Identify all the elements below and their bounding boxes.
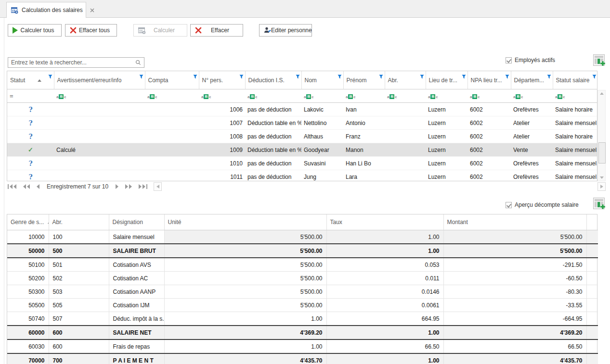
search-icon[interactable] — [135, 60, 141, 67]
filter-funnel-icon[interactable] — [193, 74, 197, 80]
filter-funnel-icon[interactable] — [462, 74, 466, 80]
grid-customize-button[interactable] — [592, 197, 606, 210]
column-header-taux[interactable]: Taux — [326, 214, 443, 230]
edit-person-button[interactable]: Editer personne — [259, 24, 312, 37]
calculate-button[interactable]: Calculer — [133, 24, 187, 37]
filter-funnel-icon[interactable] — [505, 74, 509, 80]
filter-cell[interactable]: aBc — [199, 89, 245, 103]
filter-funnel-icon[interactable] — [139, 74, 143, 80]
column-header-designation[interactable]: Désignation — [109, 214, 164, 230]
salary-row[interactable]: 60030 600 Frais de repas 1.00 66.50 66.5… — [7, 339, 598, 353]
equals-operator-icon[interactable]: = — [10, 92, 13, 100]
column-header-departement[interactable]: Départem... — [511, 71, 553, 89]
text-filter-abc-icon[interactable]: aBc — [555, 94, 565, 99]
filter-cell[interactable]: aBc — [467, 89, 511, 103]
salary-row[interactable]: 50300 503 Cotisation AANP 5'500.00 0.014… — [7, 285, 598, 299]
nav-prev-page-button[interactable] — [23, 184, 30, 189]
search-input[interactable] — [8, 58, 144, 67]
filter-funnel-icon[interactable] — [592, 74, 597, 80]
filter-funnel-icon[interactable] — [547, 74, 551, 80]
active-employees-checkbox[interactable] — [506, 57, 512, 63]
salary-summary-row[interactable]: 60000 600 SALAIRE NET 4'369.20 1.00 4'36… — [7, 326, 598, 339]
employee-row[interactable]: ? 1010 pas de déduction Suvasini Han Li … — [7, 157, 597, 170]
employee-row[interactable]: ? 1006 pas de déduction Lakovic Ivan Luz… — [7, 103, 597, 116]
employee-row-selected[interactable]: ✓ Calculé 1009 Déduction table en % Good… — [7, 143, 597, 157]
text-filter-abc-icon[interactable]: aBc — [56, 94, 66, 99]
salary-row[interactable]: 50100 501 Cotisation AVS 5'500.00 0.053 … — [7, 258, 598, 272]
grid-customize-button[interactable] — [592, 53, 606, 67]
clear-button[interactable]: Effacer — [190, 24, 243, 37]
nav-prev-button[interactable] — [37, 184, 39, 189]
text-filter-abc-icon[interactable]: aBc — [147, 94, 157, 99]
filter-funnel-icon[interactable] — [420, 74, 424, 80]
cell-unite: 4'369.20 — [164, 326, 326, 339]
nav-next-button[interactable] — [116, 184, 118, 189]
column-header-compta[interactable]: Compta — [145, 71, 199, 89]
scroll-down-icon[interactable] — [600, 176, 604, 179]
filter-cell[interactable]: aBc — [245, 89, 301, 103]
text-filter-abc-icon[interactable]: aBc — [346, 94, 355, 99]
text-filter-abc-icon[interactable]: aBc — [201, 94, 211, 99]
v-scrollbar[interactable] — [597, 90, 606, 181]
column-header-abr[interactable]: Abr. — [385, 71, 426, 89]
column-header-statut-salaire[interactable]: Statut salaire — [553, 71, 597, 89]
tab-salary-calculation[interactable]: Calculation des salaires — [6, 2, 86, 18]
column-header-abr[interactable]: Abr. — [49, 214, 109, 230]
employee-row[interactable]: ? 1011 pas de déduction Jung Lara Luzern… — [7, 170, 597, 182]
salary-row[interactable]: 50740 507 Déduc. impôt à la s... 1.00 66… — [7, 312, 598, 326]
text-filter-abc-icon[interactable]: aBc — [513, 94, 523, 99]
salary-row[interactable]: 50500 505 Cotisation IJM 5'500.00 0.0061… — [7, 299, 598, 312]
cell-departement: Vente — [511, 143, 553, 157]
salary-row[interactable]: 50200 502 Cotisation AC 5'500.00 0.011 -… — [7, 272, 598, 285]
column-header-avertissement[interactable]: Avertissement/erreur/info — [54, 71, 145, 89]
filter-funnel-icon[interactable] — [296, 74, 300, 80]
filter-cell[interactable]: aBc — [553, 89, 597, 103]
column-header-genre[interactable]: Genre de s... — [7, 214, 49, 230]
salary-summary-row[interactable]: 70000 700 P A I E M E N T 4'435.70 1.00 … — [7, 353, 598, 364]
scroll-up-icon[interactable] — [600, 92, 604, 95]
scrollbar-thumb[interactable] — [598, 142, 606, 163]
employee-row[interactable]: ? 1008 pas de déduction Althaus Franz Lu… — [7, 130, 597, 143]
text-filter-abc-icon[interactable]: aBc — [304, 94, 313, 99]
filter-cell[interactable]: aBc — [343, 89, 385, 103]
filter-funnel-icon[interactable] — [239, 74, 244, 80]
salary-row[interactable]: 10000 100 Salaire mensuel 5'500.00 1.00 … — [7, 230, 598, 244]
nav-last-button[interactable] — [139, 184, 147, 189]
filter-funnel-icon[interactable] — [48, 74, 52, 80]
h-scroll-right-button[interactable] — [597, 182, 606, 191]
salary-preview-checkbox[interactable] — [506, 202, 512, 208]
filter-funnel-icon[interactable] — [379, 74, 383, 80]
column-header-npa[interactable]: NPA lieu tr... — [467, 71, 511, 89]
filter-cell[interactable]: aBc — [511, 89, 553, 103]
column-header-prenom[interactable]: Prénom — [343, 71, 385, 89]
auto-filter-row[interactable]: = aBc aBc aBc aBc aBc aBc aBc aBc aBc aB… — [7, 89, 597, 103]
filter-funnel-icon[interactable] — [337, 74, 342, 80]
nav-first-button[interactable] — [8, 184, 16, 189]
column-header-npers[interactable]: N° pers. — [199, 71, 245, 89]
nav-next-page-button[interactable] — [125, 184, 132, 189]
text-filter-abc-icon[interactable]: aBc — [247, 94, 257, 99]
column-header-lieu[interactable]: Lieu de tr... — [426, 71, 467, 89]
employee-row[interactable]: ? 1007 Déduction table en % Nettolino An… — [7, 116, 597, 130]
calculate-all-button[interactable]: Calculer tous — [8, 24, 62, 37]
text-filter-abc-icon[interactable]: aBc — [428, 94, 438, 99]
filter-cell[interactable]: aBc — [54, 89, 145, 103]
column-header-deduction[interactable]: Déduction I.S. — [245, 71, 301, 89]
filter-cell[interactable]: aBc — [145, 89, 199, 103]
close-tab-icon[interactable] — [90, 8, 94, 13]
cell-designation: Déduc. impôt à la s... — [109, 312, 164, 326]
column-header-nom[interactable]: Nom — [301, 71, 343, 89]
clear-all-button[interactable]: Effacer tous — [65, 24, 117, 37]
filter-cell[interactable]: aBc — [426, 89, 467, 103]
cell-unite: 5'500.00 — [164, 285, 326, 299]
salary-summary-row[interactable]: 50000 500 SALAIRE BRUT 5'500.00 1.00 5'5… — [7, 244, 598, 258]
column-header-montant[interactable]: Montant — [443, 214, 586, 230]
text-filter-abc-icon[interactable]: aBc — [470, 94, 480, 99]
filter-cell-statut[interactable]: = — [7, 89, 54, 103]
column-header-statut[interactable]: Statut — [7, 71, 54, 89]
filter-cell[interactable]: aBc — [301, 89, 343, 103]
column-header-unite[interactable]: Unité — [164, 214, 326, 230]
text-filter-abc-icon[interactable]: aBc — [387, 94, 397, 99]
filter-cell[interactable]: aBc — [385, 89, 426, 103]
h-scroll-left-button[interactable] — [154, 182, 162, 191]
